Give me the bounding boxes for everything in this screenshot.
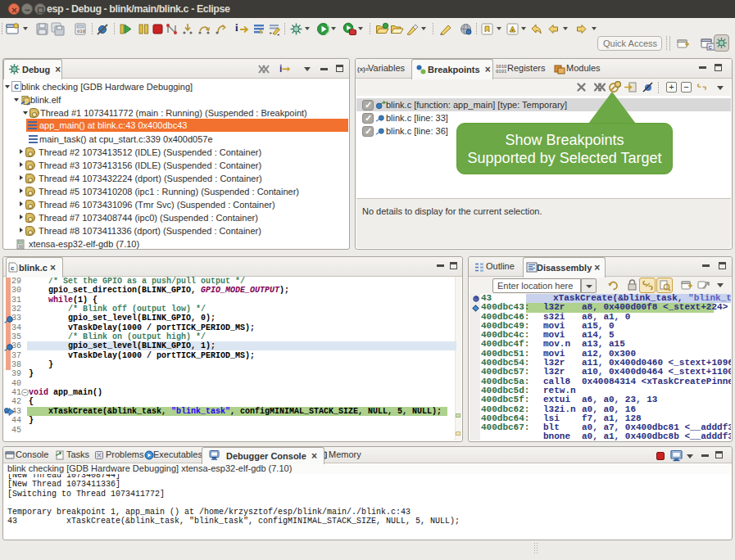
svg-text:c: c [11,264,15,272]
svg-text:010: 010 [77,29,85,34]
svg-text:C: C [709,45,713,50]
